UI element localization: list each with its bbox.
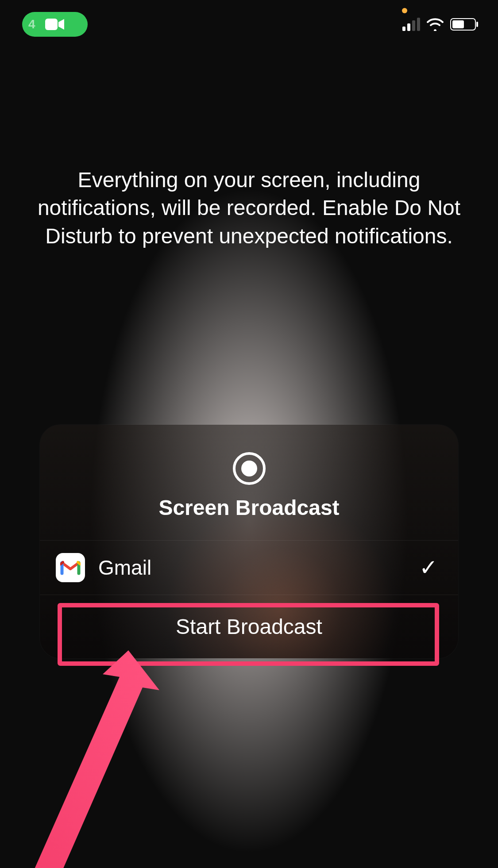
broadcast-app-label: Gmail — [98, 556, 406, 580]
recording-pill[interactable]: 4 — [22, 12, 88, 37]
broadcast-card-header: Screen Broadcast — [40, 425, 458, 541]
battery-icon — [450, 18, 476, 31]
privacy-indicator-dot — [402, 8, 407, 13]
record-icon — [233, 452, 266, 485]
svg-rect-0 — [45, 19, 58, 30]
broadcast-card: Screen Broadcast Gmail ✓ Start Broadcast — [40, 425, 458, 658]
broadcast-warning-text: Everything on your screen, including not… — [31, 166, 467, 250]
video-camera-icon — [45, 18, 65, 31]
annotation-arrow — [13, 633, 226, 868]
recording-pill-time: 4 — [28, 17, 36, 31]
wifi-icon — [426, 18, 444, 31]
checkmark-icon: ✓ — [419, 555, 438, 580]
gmail-icon — [56, 553, 85, 582]
broadcast-app-row[interactable]: Gmail ✓ — [40, 541, 458, 595]
status-bar-left: 4 — [22, 12, 88, 37]
start-broadcast-button[interactable]: Start Broadcast — [40, 595, 458, 658]
cellular-signal-icon — [402, 18, 420, 31]
status-bar: 4 — [0, 0, 498, 49]
svg-marker-1 — [24, 650, 159, 868]
broadcast-card-title: Screen Broadcast — [53, 495, 445, 520]
status-bar-right — [402, 18, 476, 31]
